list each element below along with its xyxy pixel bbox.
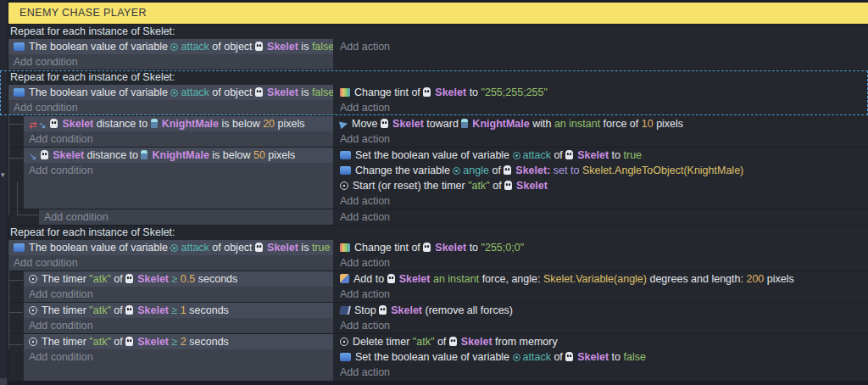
token-val: false: [312, 86, 333, 98]
add-condition-button[interactable]: Add condition: [24, 131, 333, 147]
token-var: attack: [181, 86, 209, 98]
token-plain: pixels: [275, 118, 304, 130]
add-action-button[interactable]: Add action: [338, 255, 865, 271]
token-obj: Skelet: [267, 41, 298, 53]
add-condition-button[interactable]: Add condition: [24, 163, 333, 178]
add-action-button[interactable]: Add action: [338, 39, 865, 54]
token-val: "atk": [89, 273, 111, 285]
add-action-button[interactable]: Add action: [338, 193, 865, 209]
boolean-variable-icon: [14, 42, 25, 51]
add-condition-button[interactable]: Add condition: [24, 349, 333, 365]
condition-row[interactable]: The boolean value of variable attack of …: [8, 240, 333, 255]
fold-arrow-icon[interactable]: ▾: [1, 171, 5, 179]
token-plain: Stop: [354, 304, 379, 316]
event-block[interactable]: The timer "atk" of Skelet ≥ 1 secondsAdd…: [8, 303, 868, 333]
conditions-panel: ↘Skelet distance to KnightMale is below …: [24, 148, 333, 209]
tint-icon: [340, 88, 350, 97]
comment-block[interactable]: ENEMY CHASE PLAYER: [8, 3, 868, 24]
conditions-panel: The boolean value of variable attack of …: [8, 240, 333, 271]
action-row[interactable]: Start (or reset) the timer "atk" of Skel…: [338, 178, 865, 193]
condition-row[interactable]: The timer "atk" of Skelet ≥ 2 seconds: [24, 334, 333, 349]
add-condition-button[interactable]: Add condition: [8, 255, 333, 271]
token-plain: is: [298, 242, 312, 254]
event-block[interactable]: Repeat for each instance of Skelet:The b…: [8, 70, 868, 115]
token-obj: Skelet: [53, 149, 84, 161]
variable-icon: [170, 244, 178, 252]
add-condition-button[interactable]: Add condition: [39, 209, 333, 225]
tint-icon: [340, 243, 350, 252]
event-block[interactable]: ⇄↘Skelet distance to KnightMale is below…: [8, 116, 868, 147]
collapsed-event-marker[interactable]: [0, 378, 7, 385]
tree-line: [8, 312, 23, 313]
event-body: The timer "atk" of Skelet ≥ 2 secondsAdd…: [8, 334, 868, 381]
add-condition-button[interactable]: Add condition: [24, 318, 333, 333]
force-icon: [340, 274, 349, 283]
token-val: false: [312, 41, 333, 53]
action-row[interactable]: Add to Skelet an instant force, angle: S…: [338, 271, 865, 287]
condition-row[interactable]: The boolean value of variable attack of …: [8, 39, 333, 54]
condition-row[interactable]: ⇄↘Skelet distance to KnightMale is below…: [24, 116, 333, 131]
token-plain: The boolean value of variable: [29, 41, 170, 53]
token-obj: KnightMale: [472, 118, 529, 130]
tree-line: [17, 215, 38, 215]
skelet-icon: [381, 119, 388, 128]
token-plain: of object: [209, 242, 255, 254]
event-body: Add conditionAdd action: [8, 209, 868, 225]
tree-line: [8, 115, 9, 215]
repeat-header: Repeat for each instance of Skelet:: [8, 70, 868, 85]
event-block[interactable]: Add conditionAdd action: [8, 209, 868, 225]
condition-row[interactable]: The timer "atk" of Skelet ≥ 0.5 seconds: [24, 271, 333, 287]
action-row[interactable]: Change the variable angle of Skelet: set…: [338, 163, 865, 178]
add-action-button[interactable]: Add action: [338, 100, 865, 115]
token-num: 50: [253, 149, 265, 161]
add-condition-button[interactable]: Add condition: [8, 100, 333, 115]
action-row[interactable]: Change tint of Skelet to "255;255;255": [338, 85, 865, 100]
add-condition-button[interactable]: Add condition: [24, 287, 333, 302]
token-plain: seconds: [186, 304, 229, 316]
add-action-button[interactable]: Add action: [338, 287, 865, 302]
token-num: 200: [746, 273, 764, 285]
condition-row[interactable]: The timer "atk" of Skelet ≥ 1 seconds: [24, 303, 333, 318]
token-obj: Skelet: [137, 273, 169, 285]
event-body: The boolean value of variable attack of …: [8, 39, 868, 70]
token-plain: of: [111, 336, 125, 348]
token-obj: Skelet: [399, 273, 431, 285]
add-condition-button[interactable]: Add condition: [8, 54, 333, 70]
token-obj: Skelet: [577, 149, 609, 161]
event-block[interactable]: The timer "atk" of Skelet ≥ 2 secondsAdd…: [8, 334, 868, 381]
token-obj: Skelet: [267, 86, 298, 98]
add-action-button[interactable]: Add action: [338, 318, 865, 333]
condition-row[interactable]: The boolean value of variable attack of …: [8, 85, 333, 100]
event-block[interactable]: Repeat for each instance of Skelet:The b…: [8, 25, 868, 70]
action-row[interactable]: Move Skelet toward KnightMale with an in…: [338, 116, 865, 131]
event-block[interactable]: Repeat for each instance of Skelet:The b…: [8, 226, 868, 271]
timer-icon: [29, 275, 37, 283]
action-row[interactable]: Set the boolean value of variable attack…: [338, 148, 865, 163]
token-obj: Skelet: [137, 304, 169, 316]
action-row[interactable]: Change tint of Skelet to "255;0;0": [338, 240, 865, 255]
action-row[interactable]: Set the boolean value of variable attack…: [338, 349, 865, 365]
token-obj: Skelet: [267, 242, 298, 254]
condition-row[interactable]: ↘Skelet distance to KnightMale is below …: [24, 148, 333, 163]
token-obj: Skelet: [392, 118, 424, 130]
action-row[interactable]: Delete timer "atk" of Skelet from memory: [338, 334, 865, 349]
token-obj: Skelet: [137, 336, 169, 348]
token-plain: toward: [424, 118, 461, 130]
conditions-panel: The boolean value of variable attack of …: [8, 39, 333, 70]
event-body: The timer "atk" of Skelet ≥ 1 secondsAdd…: [8, 303, 868, 333]
event-block[interactable]: The timer "atk" of Skelet ≥ 0.5 secondsA…: [8, 271, 868, 302]
add-action-button[interactable]: Add action: [338, 209, 865, 225]
token-plain: The timer: [42, 273, 89, 285]
boolean-variable-icon: [340, 166, 351, 175]
token-plain: distance to: [84, 149, 141, 161]
action-row[interactable]: Stop Skelet (remove all forces): [338, 303, 865, 318]
event-block[interactable]: ↘Skelet distance to KnightMale is below …: [8, 148, 868, 209]
token-plain: degrees and length:: [647, 273, 746, 285]
move-icon: [339, 120, 348, 129]
token-plain: is below: [209, 149, 253, 161]
add-action-button[interactable]: Add action: [338, 131, 865, 147]
add-action-button[interactable]: Add action: [338, 365, 865, 380]
conditions-panel: The boolean value of variable attack of …: [8, 85, 333, 115]
token-plain: seconds: [186, 336, 229, 348]
event-body: The boolean value of variable attack of …: [8, 85, 868, 115]
